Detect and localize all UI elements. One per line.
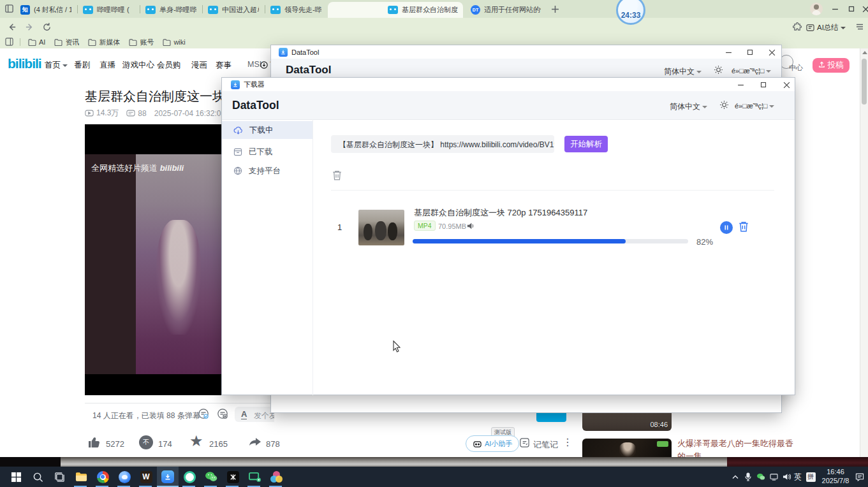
ai-assistant-button[interactable]: AI小助手 [466, 435, 519, 452]
tray-wechat-icon[interactable] [755, 467, 767, 487]
language-select[interactable]: 简体中文 [664, 66, 702, 77]
screen-share-icon[interactable] [244, 467, 265, 487]
office-flower-icon[interactable] [265, 467, 287, 487]
pause-button[interactable] [720, 221, 733, 234]
close-icon[interactable] [778, 80, 795, 90]
tray-expand-icon[interactable] [730, 467, 741, 487]
danmaku-settings-icon[interactable] [217, 408, 228, 422]
nav-home[interactable]: 首页 [45, 60, 68, 71]
datatool-downloader-taskbar-icon[interactable] [157, 467, 179, 487]
page-scrollbar[interactable] [860, 48, 868, 457]
related-video-title[interactable]: 火爆泽哥最老八的一集吃得最香的一集 [677, 437, 793, 457]
bookmark-folder-wiki[interactable]: wiki [163, 38, 185, 46]
bookmark-folder-news[interactable]: 资讯 [54, 38, 79, 47]
tray-date: 2025/7/8 [822, 477, 850, 486]
app-heading: DataTool [286, 64, 331, 76]
coin-icon[interactable]: 不 [139, 435, 153, 449]
wps-icon[interactable]: W [135, 467, 157, 487]
nav-esports[interactable]: 赛事 [216, 60, 232, 71]
ai-summary-button[interactable]: AI总结 [806, 23, 846, 33]
notification-center-icon[interactable] [853, 467, 866, 487]
garbled-menu[interactable]: é»□æ˜ªç¦□ [735, 102, 774, 110]
bookmark-folder-ai[interactable]: AI [28, 38, 45, 46]
nav-game-center[interactable]: 游戏中心 [122, 60, 154, 71]
blue-browser-icon[interactable] [114, 467, 135, 487]
danmaku-display-icon[interactable] [198, 408, 209, 422]
video-player[interactable]: 全网精选好片频道 bilibili [85, 124, 221, 395]
sidebar-item-downloading[interactable]: 下载中 [222, 121, 313, 139]
language-select[interactable]: 简体中文 [670, 101, 707, 112]
theme-icon[interactable] [714, 65, 723, 77]
browser-close-icon[interactable] [857, 4, 868, 14]
bilibili-logo[interactable]: bilibili [8, 56, 41, 71]
tab-zhihu-messages[interactable]: 知 (4 封私信 / 1 条消息) [15, 2, 77, 18]
tray-network-icon[interactable] [768, 467, 779, 487]
chrome-icon[interactable] [92, 467, 114, 487]
extension-icon[interactable] [791, 20, 804, 33]
upload-button[interactable]: 投稿 [813, 58, 850, 73]
ime-pinyin-indicator[interactable]: 拼 [805, 467, 816, 487]
nav-manga[interactable]: 漫画 [191, 60, 207, 71]
parse-button[interactable]: 开始解析 [564, 136, 608, 152]
task-view-icon[interactable] [48, 467, 70, 487]
minimize-icon[interactable] [732, 80, 749, 90]
tab-datatool-extension[interactable]: DT 适用于任何网站的快捷 [466, 2, 546, 18]
wechat-icon[interactable] [200, 467, 222, 487]
file-explorer-icon[interactable] [70, 467, 92, 487]
publish-date: 2025-07-04 16:32:05 [154, 109, 225, 118]
bookmark-folder-accounts[interactable]: 账号 [129, 38, 154, 47]
scrollbar-thumb[interactable] [862, 59, 867, 105]
nav-bangumi[interactable]: 番剧 [74, 60, 90, 71]
more-actions-icon[interactable]: ⋮ [563, 436, 573, 448]
reading-list-icon[interactable] [5, 38, 13, 47]
tab-current-video[interactable]: 基层群众自治制度 [328, 2, 463, 18]
ime-latin-indicator[interactable]: 英 [793, 467, 803, 487]
start-button[interactable] [5, 467, 27, 487]
danmaku-input[interactable]: A 发个友善 [235, 407, 274, 422]
downloader-titlebar[interactable]: 下载器 [222, 78, 795, 91]
nav-live[interactable]: 直播 [99, 60, 115, 71]
tab-panel-icon[interactable] [4, 4, 14, 16]
clear-list-trash-icon[interactable] [332, 170, 342, 184]
garbled-menu[interactable]: é»□æ˜ªç¦□ [732, 67, 771, 75]
theme-icon[interactable] [719, 100, 729, 112]
scrollbar-up-arrow[interactable] [862, 51, 867, 54]
tray-clock[interactable]: 16:46 2025/7/8 [819, 467, 852, 487]
take-notes-label[interactable]: 记笔记 [533, 439, 558, 451]
forward-icon[interactable] [23, 20, 36, 33]
new-tab-icon[interactable] [551, 4, 559, 16]
share-icon[interactable] [247, 435, 263, 453]
tray-microphone-icon[interactable] [742, 467, 754, 487]
notes-green-icon[interactable] [179, 467, 200, 487]
back-icon[interactable] [5, 20, 18, 33]
nav-vip-shop[interactable]: 会员购 [157, 60, 181, 71]
browser-minimize-icon[interactable] [827, 4, 843, 14]
bookmark-folder-newmedia[interactable]: 新媒体 [88, 38, 120, 47]
search-icon[interactable] [27, 467, 48, 487]
audio-icon[interactable] [466, 221, 474, 233]
tray-volume-icon[interactable] [781, 467, 792, 487]
delete-button[interactable] [738, 221, 749, 235]
sidebar-item-downloaded[interactable]: 已下载 [222, 143, 313, 161]
favorite-star-icon[interactable]: ★ [189, 433, 203, 449]
take-notes-icon[interactable] [519, 437, 530, 451]
like-icon[interactable] [87, 435, 102, 453]
tab-bilibili-home[interactable]: 哔哩哔哩 ( ゜- ゜)つロ [78, 2, 139, 18]
tab-video-1[interactable]: 单身-哔哩哔哩_bilibili [140, 2, 202, 18]
sidebar-item-platforms[interactable]: 支持平台 [222, 162, 313, 180]
minimize-icon[interactable] [720, 47, 737, 57]
tab-video-3[interactable]: 领导先走-哔哩哔哩_b [265, 2, 327, 18]
close-icon[interactable] [763, 47, 780, 57]
browser-profile-avatar[interactable] [810, 3, 823, 15]
browser-menu-icon[interactable] [853, 20, 866, 33]
datatool-titlebar[interactable]: DataTool [271, 45, 781, 59]
reload-icon[interactable] [40, 20, 53, 33]
maximize-icon[interactable] [755, 80, 772, 90]
maximize-icon[interactable] [742, 47, 758, 57]
nav-msi[interactable]: MSI [247, 60, 261, 69]
font-style-icon[interactable]: A [241, 409, 247, 419]
tab-video-2[interactable]: 中国进入超单身时代_| [203, 2, 264, 18]
related-video-thumbnail[interactable] [582, 439, 672, 457]
capcut-icon[interactable] [222, 467, 244, 487]
url-input[interactable]: 【基层群众自治制度这一块】 https://www.bilibili.com/v… [331, 135, 554, 153]
